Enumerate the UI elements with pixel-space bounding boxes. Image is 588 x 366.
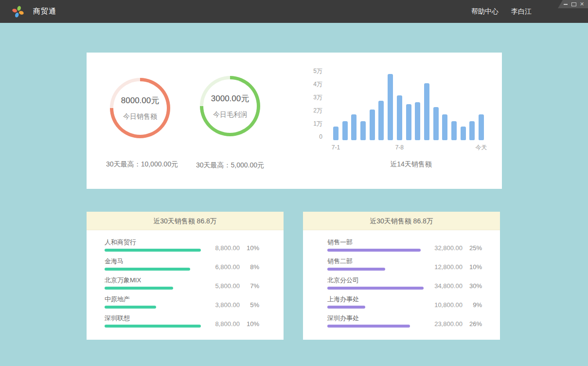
today-sales-donut: 8000.00元 今日销售额: [110, 78, 170, 138]
row-amount: 5,800.00: [215, 282, 240, 290]
chart-bar: [433, 107, 439, 140]
row-amount: 6,800.00: [215, 263, 240, 271]
x-tick-label: 7-1: [332, 144, 340, 151]
row-percent: 7%: [240, 282, 259, 290]
x-tick-label: 今天: [476, 144, 487, 151]
row-amount: 3,800.00: [215, 301, 240, 309]
customer-sales-rows: 人和商贸行8,800.0010%金海马6,800.008%北京万象MIX5,80…: [87, 230, 284, 328]
row-values: 3,800.005%: [215, 301, 259, 309]
list-item: 销售二部12,800.0010%: [327, 257, 482, 271]
bar-chart-x-axis: 7-17-8今天: [333, 144, 484, 151]
chart-bar: [370, 110, 375, 140]
row-progress-bar: [105, 249, 201, 252]
row-progress-bar: [105, 287, 173, 290]
bar-chart-caption: 近14天销售额: [390, 160, 432, 169]
list-item: 北京万象MIX5,800.007%: [105, 276, 259, 290]
overview-card: 8000.00元 今日销售额 30天最高：10,000.00元 3000.00元…: [87, 53, 502, 189]
today-sales-value: 8000.00元: [121, 95, 159, 106]
department-sales-rows: 销售一部32,800.0025%销售二部12,800.0010%北京分公司34,…: [303, 230, 500, 328]
row-values: 10,800.009%: [434, 301, 482, 309]
row-percent: 10%: [240, 244, 259, 252]
row-percent: 9%: [463, 301, 482, 309]
chart-bar: [388, 74, 393, 140]
chart-bar: [351, 114, 356, 140]
minimize-icon[interactable]: [561, 0, 570, 8]
today-profit-label: 今日毛利润: [213, 110, 247, 119]
list-item: 人和商贸行8,800.0010%: [105, 238, 259, 252]
row-percent: 30%: [463, 282, 482, 290]
today-profit-value: 3000.00元: [211, 93, 249, 104]
y-tick-label: 1万: [301, 120, 322, 127]
y-tick-label: 5万: [301, 68, 322, 74]
user-name-link[interactable]: 李白江: [511, 7, 532, 16]
list-item: 销售一部32,800.0025%: [327, 238, 482, 252]
chart-bar: [397, 95, 402, 140]
row-progress-bar: [105, 325, 201, 328]
row-percent: 25%: [463, 244, 482, 252]
row-values: 6,800.008%: [215, 263, 259, 271]
today-profit-30day-max: 30天最高：5,000.00元: [196, 161, 264, 170]
row-amount: 34,800.00: [434, 282, 463, 290]
row-values: 12,800.0010%: [434, 263, 482, 271]
customer-sales-card: 近30天销售额 86.8万 人和商贸行8,800.0010%金海马6,800.0…: [87, 212, 284, 340]
department-sales-card-title: 近30天销售额 86.8万: [303, 212, 500, 230]
today-sales-30day-max: 30天最高：10,000.00元: [106, 160, 178, 169]
row-progress-bar: [327, 287, 424, 290]
list-item: 深圳联想8,800.0010%: [105, 314, 259, 328]
close-icon[interactable]: ✕: [578, 0, 586, 8]
today-sales-donut-center: 8000.00元 今日销售额: [113, 81, 167, 135]
row-values: 34,800.0030%: [434, 282, 482, 290]
row-values: 32,800.0025%: [434, 244, 482, 252]
titlebar: 商贸通 帮助中心 李白江 ✕: [0, 0, 588, 23]
x-tick-label: 7-8: [395, 144, 404, 151]
row-values: 8,800.0010%: [215, 320, 259, 328]
row-percent: 8%: [240, 263, 259, 271]
maximize-icon[interactable]: [570, 0, 578, 8]
row-progress-bar: [327, 268, 385, 271]
list-item: 深圳办事处23,800.0026%: [327, 314, 482, 328]
row-progress-bar: [327, 249, 421, 252]
chart-bar: [451, 121, 457, 140]
chart-bar: [406, 104, 411, 140]
row-progress-bar: [327, 306, 365, 309]
row-amount: 8,800.00: [215, 244, 240, 252]
row-percent: 10%: [240, 320, 259, 328]
y-tick-label: 3万: [301, 94, 322, 101]
chart-bar: [360, 121, 366, 140]
today-profit-donut-center: 3000.00元 今日毛利润: [203, 79, 257, 133]
chart-bar: [479, 114, 484, 140]
chart-bar: [469, 121, 475, 140]
chart-bar: [442, 114, 447, 140]
row-progress-bar: [105, 306, 156, 309]
chart-bar: [333, 127, 339, 140]
row-percent: 10%: [463, 263, 482, 271]
row-values: 5,800.007%: [215, 282, 259, 290]
row-amount: 32,800.00: [434, 244, 463, 252]
row-amount: 23,800.00: [434, 320, 463, 328]
chart-bar: [424, 83, 429, 140]
bar-chart-plot: [333, 68, 484, 140]
chart-bar: [415, 102, 420, 140]
row-percent: 26%: [463, 320, 482, 328]
customer-sales-card-title: 近30天销售额 86.8万: [87, 212, 284, 230]
y-tick-label: 2万: [301, 107, 322, 114]
row-amount: 8,800.00: [215, 320, 240, 328]
today-profit-donut: 3000.00元 今日毛利润: [200, 76, 260, 136]
list-item: 金海马6,800.008%: [105, 257, 259, 271]
row-percent: 5%: [240, 301, 259, 309]
today-sales-label: 今日销售额: [123, 112, 157, 121]
help-center-link[interactable]: 帮助中心: [471, 7, 499, 16]
chart-bar: [342, 121, 348, 140]
window-controls: ✕: [558, 0, 588, 8]
list-item: 中原地产3,800.005%: [105, 295, 259, 309]
y-tick-label: 4万: [301, 81, 322, 88]
row-progress-bar: [105, 268, 190, 271]
chart-bar: [461, 127, 466, 140]
row-amount: 12,800.00: [434, 263, 463, 271]
bar-chart-y-axis: 01万2万3万4万5万: [301, 68, 322, 147]
list-item: 上海办事处10,800.009%: [327, 295, 482, 309]
row-values: 8,800.0010%: [215, 244, 259, 252]
row-progress-bar: [327, 325, 410, 328]
y-tick-label: 0: [301, 133, 322, 140]
row-values: 23,800.0026%: [434, 320, 482, 328]
